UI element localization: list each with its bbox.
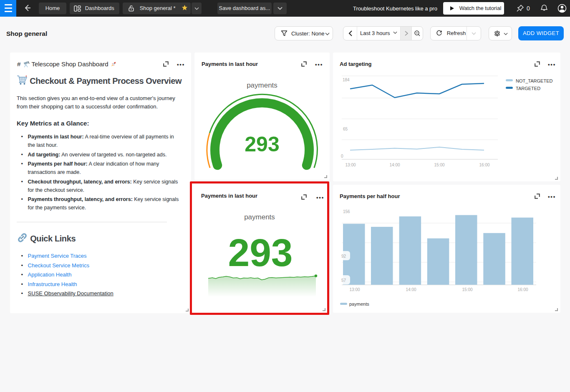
svg-text:16:00: 16:00 — [479, 163, 489, 167]
svg-text:14:00: 14:00 — [406, 287, 416, 292]
svg-text:16:00: 16:00 — [517, 287, 528, 292]
svg-text:156: 156 — [343, 209, 350, 214]
svg-text:payments: payments — [349, 302, 369, 307]
svg-text:13:00: 13:00 — [349, 287, 360, 292]
svg-text:184: 184 — [343, 78, 350, 82]
svg-text:15:00: 15:00 — [434, 163, 444, 167]
svg-text:15:00: 15:00 — [462, 287, 472, 292]
svg-text:65: 65 — [343, 127, 348, 131]
svg-text:TARGETED: TARGETED — [516, 86, 540, 91]
svg-text:0: 0 — [341, 154, 343, 158]
svg-text:57: 57 — [341, 278, 346, 283]
svg-text:293: 293 — [245, 133, 279, 156]
svg-text:NOT_TARGETED: NOT_TARGETED — [516, 78, 552, 83]
svg-text:92: 92 — [341, 254, 346, 259]
svg-text:13:00: 13:00 — [345, 163, 356, 167]
svg-text:14:00: 14:00 — [389, 163, 400, 167]
